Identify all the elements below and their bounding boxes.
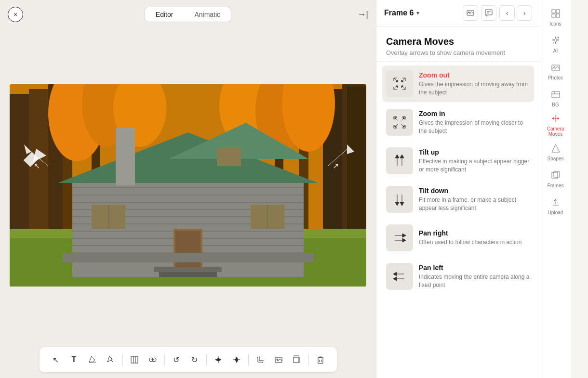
eraser-tool[interactable]: [84, 351, 101, 368]
frame-box-tool[interactable]: [126, 351, 143, 368]
svg-rect-136: [552, 14, 555, 17]
sidebar-item-upload[interactable]: Upload: [543, 194, 568, 219]
svg-marker-119: [395, 155, 399, 158]
toolbar-divider-5: [308, 354, 309, 365]
pen-tool[interactable]: [102, 351, 120, 368]
tab-animatic[interactable]: Animatic: [184, 7, 231, 22]
sidebar-item-bg[interactable]: BG: [543, 86, 568, 111]
camera-move-tilt-up[interactable]: Tilt up Effective in making a subject ap…: [382, 143, 534, 179]
zoom-in-icon-box: [386, 109, 413, 136]
tilt-up-info: Tilt up Effective in making a subject ap…: [419, 148, 530, 174]
camera-move-zoom-in[interactable]: Zoom in Gives the impression of moving c…: [382, 104, 534, 141]
svg-rect-40: [159, 272, 217, 277]
crop-tool[interactable]: [252, 351, 269, 368]
shapes-icon: [551, 143, 561, 155]
tab-editor[interactable]: Editor: [145, 7, 184, 22]
toolbar-container: ↖ T ↺ ↻: [40, 347, 337, 372]
sidebar-item-photos[interactable]: Photos: [543, 59, 568, 84]
svg-marker-72: [235, 360, 238, 363]
frame-header: Frame 6 ▾ ‹ ›: [376, 0, 540, 26]
svg-text:↖: ↖: [34, 162, 40, 170]
tilt-up-name: Tilt up: [419, 148, 530, 156]
tab-group: Editor Animatic: [145, 7, 231, 22]
svg-marker-148: [552, 117, 554, 119]
flip-v-tool[interactable]: [228, 351, 245, 368]
prev-frame-btn[interactable]: ‹: [499, 5, 515, 21]
pan-left-name: Pan left: [419, 264, 530, 272]
svg-marker-68: [215, 358, 218, 361]
sidebar-item-camera-moves[interactable]: Camera Moves: [543, 113, 568, 138]
frame-comment-icon-btn[interactable]: [481, 5, 496, 21]
svg-marker-133: [393, 277, 397, 281]
toolbar-divider-4: [248, 354, 249, 365]
svg-rect-78: [318, 358, 323, 364]
frame-title-row: Frame 6 ▾: [384, 9, 419, 17]
icons-label: Icons: [550, 21, 561, 26]
tilt-down-name: Tilt down: [419, 187, 530, 195]
camera-moves-list: Zoom out Gives the impression of moving …: [376, 62, 540, 378]
svg-marker-131: [393, 272, 397, 276]
close-button[interactable]: ×: [8, 7, 23, 22]
delete-tool[interactable]: [312, 351, 329, 368]
sidebar-item-frames[interactable]: Frames: [543, 167, 568, 192]
redo-tool[interactable]: ↻: [186, 351, 203, 368]
frame-chevron: ▾: [416, 10, 419, 16]
flip-h-tool[interactable]: [210, 351, 227, 368]
bg-icon: [551, 90, 561, 101]
svg-marker-147: [558, 117, 559, 119]
add-frame-tool[interactable]: [288, 351, 306, 368]
sidebar-item-shapes[interactable]: Shapes: [543, 140, 568, 165]
top-bar: × Editor Animatic →|: [0, 0, 376, 29]
zoom-in-desc: Gives the impression of moving closer to…: [419, 119, 530, 135]
right-panel: Frame 6 ▾ ‹ › Camera Moves Overlay arrow…: [376, 0, 588, 378]
camera-move-tilt-down[interactable]: Tilt down Fit more in a frame, or make a…: [382, 181, 534, 218]
svg-marker-125: [400, 202, 404, 206]
tilt-up-icon-box: [386, 147, 413, 174]
camera-move-zoom-out[interactable]: Zoom out Gives the impression of moving …: [382, 65, 534, 102]
photos-icon: [551, 63, 561, 74]
storyboard-frame[interactable]: ↖ ↗ ↙ ↘: [10, 84, 366, 287]
svg-point-141: [553, 66, 554, 67]
svg-rect-137: [556, 14, 560, 17]
svg-rect-31: [116, 128, 135, 185]
svg-line-60: [111, 360, 113, 362]
frames-label: Frames: [548, 183, 564, 188]
link-tool[interactable]: [144, 351, 161, 368]
next-frame-btn[interactable]: ›: [517, 5, 532, 21]
svg-rect-134: [552, 10, 555, 13]
pan-left-info: Pan left Indicates moving the entire cam…: [419, 264, 530, 289]
frame-image-icon-btn[interactable]: [463, 5, 478, 21]
camera-move-pan-right[interactable]: Pan right Often used to follow character…: [382, 220, 534, 256]
upload-label: Upload: [548, 210, 563, 215]
svg-rect-38: [63, 253, 313, 262]
sidebar-item-icons[interactable]: Icons: [543, 5, 568, 30]
zoom-in-name: Zoom in: [419, 110, 530, 117]
undo-tool[interactable]: ↺: [168, 351, 185, 368]
arrow-right-indicator: →|: [357, 10, 368, 20]
tilt-down-icon-box: [386, 186, 413, 213]
zoom-out-name: Zoom out: [419, 71, 530, 79]
sidebar-icons: Icons AI Photos BG Camera Moves: [540, 0, 571, 378]
camera-move-pan-left[interactable]: Pan left Indicates moving the entire cam…: [382, 258, 534, 295]
panel-subtitle: Overlay arrows to show camera movement: [386, 49, 530, 56]
svg-rect-61: [131, 356, 138, 363]
svg-marker-149: [552, 144, 560, 152]
toolbar-divider-1: [122, 354, 123, 365]
toolbar-bar: ↖ T ↺ ↻: [0, 341, 376, 378]
zoom-in-info: Zoom in Gives the impression of moving c…: [419, 110, 530, 135]
pan-right-info: Pan right Often used to follow character…: [419, 229, 530, 247]
frame-title: Frame 6: [384, 9, 414, 17]
text-tool[interactable]: T: [66, 351, 83, 368]
zoom-out-icon-box: [386, 70, 413, 97]
svg-marker-123: [395, 202, 399, 206]
select-tool[interactable]: ↖: [47, 351, 65, 368]
sidebar-item-ai[interactable]: AI: [543, 32, 568, 57]
svg-rect-83: [485, 10, 492, 15]
panel-title: Camera Moves: [386, 36, 530, 47]
svg-rect-42: [217, 147, 241, 166]
upload-icon: [551, 197, 561, 209]
svg-rect-135: [556, 10, 560, 13]
image-tool[interactable]: [270, 351, 287, 368]
shapes-label: Shapes: [548, 156, 564, 161]
nav-arrows: ‹ ›: [499, 5, 532, 21]
